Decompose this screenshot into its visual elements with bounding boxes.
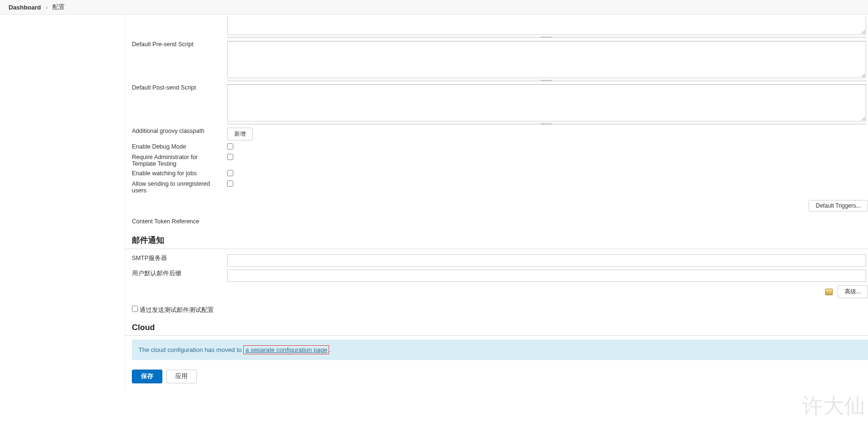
suffix-label: 用户默认邮件后缀 <box>125 268 225 283</box>
debug-mode-checkbox[interactable] <box>227 143 233 150</box>
require-admin-checkbox[interactable] <box>227 154 233 160</box>
post-send-label: Default Post-send Script <box>125 83 225 126</box>
cloud-section-title: Cloud <box>125 314 868 336</box>
resize-grip-icon[interactable] <box>227 36 866 38</box>
save-button[interactable]: 保存 <box>132 370 162 383</box>
breadcrumb: Dashboard › 配置 <box>0 0 868 15</box>
suffix-input[interactable] <box>227 270 866 282</box>
watch-jobs-label: Enable watching for jobs <box>125 169 225 179</box>
test-send-label: 通过发送测试邮件测试配置 <box>140 307 214 313</box>
allow-unreg-label: Allow sending to unregistered users <box>125 179 225 195</box>
content-token-label: Content Token Reference <box>125 211 225 226</box>
cloud-info-box: The cloud configuration has moved to a s… <box>132 340 868 360</box>
apply-button[interactable]: 应用 <box>166 370 197 383</box>
test-send-checkbox[interactable] <box>132 306 138 312</box>
cloud-link-highlight: a separate configuration page <box>243 345 329 354</box>
sidebar-placeholder <box>0 15 125 393</box>
cloud-config-link[interactable]: a separate configuration page <box>245 346 327 353</box>
config-form: Default Pre-send Script Default Post-sen… <box>125 15 868 393</box>
add-classpath-button[interactable]: 新增 <box>227 128 253 140</box>
mail-section-title: 邮件通知 <box>125 226 868 249</box>
watch-jobs-checkbox[interactable] <box>227 170 233 176</box>
allow-unreg-checkbox[interactable] <box>227 180 233 187</box>
pre-send-textarea[interactable] <box>227 41 866 78</box>
resize-grip-icon[interactable] <box>227 80 866 81</box>
cloud-msg-suffix: . <box>329 346 331 353</box>
pre-send-label: Default Pre-send Script <box>125 40 225 83</box>
advanced-button[interactable]: 高级... <box>838 285 868 298</box>
folder-icon <box>825 289 833 295</box>
smtp-label: SMTP服务器 <box>125 253 225 268</box>
breadcrumb-current: 配置 <box>52 3 65 11</box>
default-triggers-button[interactable]: Default Triggers... <box>808 200 868 211</box>
chevron-right-icon: › <box>46 4 48 11</box>
resize-grip-icon[interactable] <box>227 123 866 125</box>
cloud-msg-prefix: The cloud configuration has moved to <box>139 346 243 353</box>
require-admin-label: Require Administrator for Template Testi… <box>125 152 225 169</box>
groovy-classpath-label: Additional groovy classpath <box>125 126 225 142</box>
debug-mode-label: Enable Debug Mode <box>125 142 225 152</box>
breadcrumb-root[interactable]: Dashboard <box>9 4 41 11</box>
post-send-textarea[interactable] <box>227 84 866 121</box>
prev-script-textarea[interactable] <box>227 16 866 35</box>
smtp-input[interactable] <box>227 254 866 267</box>
